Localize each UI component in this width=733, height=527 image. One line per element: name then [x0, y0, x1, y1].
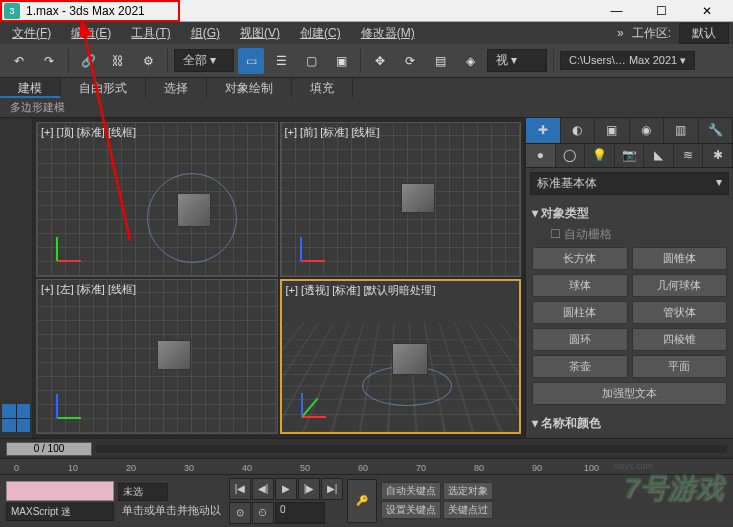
menu-file[interactable]: 文件(F)	[4, 23, 59, 44]
menu-view[interactable]: 视图(V)	[232, 23, 288, 44]
create-subtabs: ● ◯ 💡 📷 ◣ ≋ ✱	[526, 144, 733, 168]
keyfilter-button[interactable]: 关键点过	[443, 501, 493, 519]
goto-end-button[interactable]: ▶|	[321, 478, 343, 500]
project-path[interactable]: C:\Users\… Max 2021 ▾	[560, 51, 695, 70]
undo-button[interactable]: ↶	[6, 48, 32, 74]
viewport-layout-button[interactable]	[2, 404, 30, 432]
time-slider[interactable]: 0 / 100	[6, 442, 92, 456]
viewport-left[interactable]: [+] [左] [标准] [线框]	[36, 279, 278, 434]
current-frame-input[interactable]: 0	[275, 502, 325, 524]
refcoord-dropdown[interactable]: 视 ▾	[487, 49, 547, 72]
cylinder-button[interactable]: 圆柱体	[532, 301, 628, 324]
key-mode-button[interactable]: ⊙	[229, 502, 251, 524]
viewport-perspective-label[interactable]: [+] [透视] [标准] [默认明暗处理]	[286, 283, 436, 298]
close-button[interactable]: ✕	[684, 0, 729, 22]
prev-frame-button[interactable]: ◀|	[252, 478, 274, 500]
menu-more[interactable]: »	[617, 26, 624, 40]
select-name-button[interactable]: ☰	[268, 48, 294, 74]
bind-button[interactable]: ⚙	[135, 48, 161, 74]
main-toolbar: ↶ ↷ 🔗 ⛓ ⚙ 全部 ▾ ▭ ☰ ▢ ▣ ✥ ⟳ ▤ ◈ 视 ▾ C:\Us…	[0, 44, 733, 78]
menu-create[interactable]: 创建(C)	[292, 23, 349, 44]
app-icon: 3	[4, 3, 20, 19]
selkey-button[interactable]: 选定对象	[443, 482, 493, 500]
set-key-button[interactable]: 🔑	[347, 479, 377, 523]
link-button[interactable]: 🔗	[75, 48, 101, 74]
utilities-tab[interactable]: 🔧	[699, 118, 734, 143]
window-crossing-button[interactable]: ▣	[328, 48, 354, 74]
spacewarps-tab[interactable]: ≋	[674, 144, 704, 167]
menu-edit[interactable]: 编辑(E)	[63, 23, 119, 44]
viewport-front[interactable]: [+] [前] [标准] [线框]	[280, 122, 522, 277]
track-bar[interactable]	[6, 481, 114, 501]
workspace-dropdown[interactable]: 默认	[679, 23, 729, 44]
viewport-front-label[interactable]: [+] [前] [标准] [线框]	[285, 125, 380, 140]
namecolor-rollout[interactable]: ▾ 名称和颜色	[532, 413, 727, 434]
plane-button[interactable]: 平面	[632, 355, 728, 378]
ribbon-sublabel: 多边形建模	[0, 98, 353, 117]
select-button[interactable]: ▭	[238, 48, 264, 74]
unlink-button[interactable]: ⛓	[105, 48, 131, 74]
play-button[interactable]: ▶	[275, 478, 297, 500]
torus-button[interactable]: 圆环	[532, 328, 628, 351]
ribbon: 建模 自由形式 选择 对象绘制 填充 多边形建模	[0, 78, 733, 118]
autokey-button[interactable]: 自动关键点	[381, 482, 441, 500]
create-tab[interactable]: ✚	[526, 118, 561, 143]
menu-tools[interactable]: 工具(T)	[123, 23, 178, 44]
helpers-tab[interactable]: ◣	[644, 144, 674, 167]
scale-button[interactable]: ▤	[427, 48, 453, 74]
display-tab[interactable]: ▥	[664, 118, 699, 143]
maxscript-listener[interactable]: MAXScript 迷	[6, 503, 114, 521]
title-bar: 3 1.max - 3ds Max 2021 — ☐ ✕	[0, 0, 733, 22]
workspace-label: 工作区:	[628, 25, 675, 42]
selection-filter[interactable]: 全部 ▾	[174, 49, 234, 72]
cameras-tab[interactable]: 📷	[615, 144, 645, 167]
setkey-button[interactable]: 设置关键点	[381, 501, 441, 519]
cone-button[interactable]: 圆锥体	[632, 247, 728, 270]
next-frame-button[interactable]: |▶	[298, 478, 320, 500]
time-slider-bar: 0 / 100	[0, 438, 733, 458]
rotate-button[interactable]: ⟳	[397, 48, 423, 74]
modify-tab[interactable]: ◐	[561, 118, 596, 143]
pyramid-button[interactable]: 四棱锥	[632, 328, 728, 351]
maximize-button[interactable]: ☐	[639, 0, 684, 22]
timeline-ruler[interactable]: 0 10 20 30 40 50 60 70 80 90 100	[0, 458, 733, 474]
viewport-top[interactable]: [+] [顶] [标准] [线框]	[36, 122, 278, 277]
tube-button[interactable]: 管状体	[632, 301, 728, 324]
shapes-tab[interactable]: ◯	[556, 144, 586, 167]
viewport-nav	[0, 118, 32, 438]
ribbon-tab-freeform[interactable]: 自由形式	[61, 78, 146, 98]
selection-status: 未选	[118, 483, 168, 501]
menu-group[interactable]: 组(G)	[183, 23, 228, 44]
placement-button[interactable]: ◈	[457, 48, 483, 74]
time-config-button[interactable]: ⏲	[252, 502, 274, 524]
teapot-button[interactable]: 茶壶	[532, 355, 628, 378]
viewport-perspective[interactable]: [+] [透视] [标准] [默认明暗处理]	[280, 279, 522, 434]
box-button[interactable]: 长方体	[532, 247, 628, 270]
ribbon-tab-modeling[interactable]: 建模	[0, 78, 61, 98]
minimize-button[interactable]: —	[594, 0, 639, 22]
ribbon-tab-selection[interactable]: 选择	[146, 78, 207, 98]
lights-tab[interactable]: 💡	[585, 144, 615, 167]
autogrid-checkbox[interactable]: ☐ 自动栅格	[532, 224, 727, 247]
ribbon-tab-objectpaint[interactable]: 对象绘制	[207, 78, 292, 98]
viewport-left-label[interactable]: [+] [左] [标准] [线框]	[41, 282, 136, 297]
goto-start-button[interactable]: |◀	[229, 478, 251, 500]
menu-modifiers[interactable]: 修改器(M)	[353, 23, 423, 44]
viewport-top-label[interactable]: [+] [顶] [标准] [线框]	[41, 125, 136, 140]
window-title: 1.max - 3ds Max 2021	[26, 4, 594, 18]
ribbon-tab-populate[interactable]: 填充	[292, 78, 353, 98]
geosphere-button[interactable]: 几何球体	[632, 274, 728, 297]
command-tabs: ✚ ◐ ▣ ◉ ▥ 🔧	[526, 118, 733, 144]
geometry-tab[interactable]: ●	[526, 144, 556, 167]
motion-tab[interactable]: ◉	[630, 118, 665, 143]
objtype-rollout[interactable]: ▾ 对象类型	[532, 203, 727, 224]
time-track[interactable]	[96, 445, 727, 453]
systems-tab[interactable]: ✱	[703, 144, 733, 167]
hierarchy-tab[interactable]: ▣	[595, 118, 630, 143]
redo-button[interactable]: ↷	[36, 48, 62, 74]
category-dropdown[interactable]: 标准基本体▾	[530, 172, 729, 195]
sphere-button[interactable]: 球体	[532, 274, 628, 297]
textplus-button[interactable]: 加强型文本	[532, 382, 727, 405]
rect-region-button[interactable]: ▢	[298, 48, 324, 74]
move-button[interactable]: ✥	[367, 48, 393, 74]
